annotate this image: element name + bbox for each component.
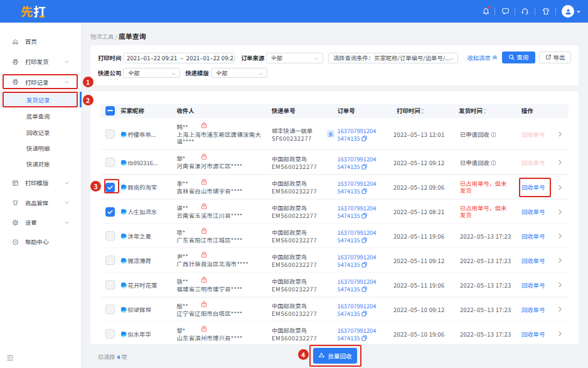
- svg-text:?: ?: [14, 240, 17, 244]
